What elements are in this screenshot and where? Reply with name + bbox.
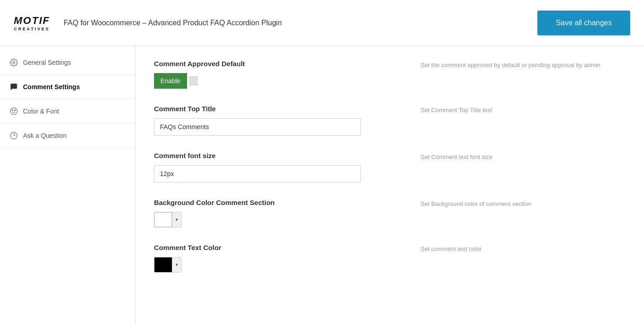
settings-row-comment-top-title: Comment Top Title Set Comment Top Title … [154,105,626,136]
gear-icon [9,58,18,67]
background-color-dropdown-arrow: ▼ [172,212,181,227]
app-container: MOTIF CREATIVES FAQ for Woocommerce – Ad… [0,0,644,325]
settings-row-comment-text-color: Comment Text Color ▼ Set comment text co… [154,244,626,273]
logo-area: MOTIF CREATIVES [14,15,50,31]
settings-row-comment-font-size: Comment font size Set Comment text font … [154,152,626,182]
comment-approved-label: Comment Approved Default [154,60,411,68]
svg-point-3 [15,110,16,111]
settings-left-comment-font-size: Comment font size [154,152,411,182]
svg-point-2 [12,110,13,111]
background-color-label: Background Color Comment Section [154,199,411,206]
settings-help-comment-text-color: Set comment text color [411,244,626,252]
settings-help-comment-approved: Set the comment approved by default or p… [411,60,626,68]
comment-text-color-swatch [154,257,172,272]
palette-icon [9,107,18,116]
save-all-changes-button[interactable]: Save all changes [537,11,630,35]
comment-icon [9,82,18,91]
settings-left-comment-approved: Comment Approved Default Enable [154,60,411,89]
settings-help-comment-font-size: Set Comment text font size [411,152,626,160]
comment-font-size-input[interactable] [154,165,361,182]
header-left: MOTIF CREATIVES FAQ for Woocommerce – Ad… [14,15,282,31]
background-color-picker[interactable]: ▼ [154,212,182,228]
svg-point-1 [11,108,17,115]
comment-top-title-input[interactable] [154,118,361,136]
logo-sub: CREATIVES [14,27,50,31]
header: MOTIF CREATIVES FAQ for Woocommerce – Ad… [0,0,644,46]
settings-help-comment-top-title: Set Comment Top Title text [411,105,626,114]
comment-top-title-label: Comment Top Title [154,105,411,113]
sidebar-item-general-settings[interactable]: General Settings [0,51,135,75]
body-container: General Settings Comment Settings [0,46,644,325]
settings-left-comment-text-color: Comment Text Color ▼ [154,244,411,273]
toggle-container: Enable [154,73,411,89]
toggle-switch-inner [189,76,198,86]
sidebar-label-color-font: Color & Font [23,108,59,115]
sidebar-label-general-settings: General Settings [23,59,71,66]
settings-left-background-color: Background Color Comment Section ▼ [154,199,411,228]
sidebar-item-comment-settings[interactable]: Comment Settings [0,75,135,99]
comment-text-color-picker[interactable]: ▼ [154,257,182,273]
question-icon [9,131,18,140]
sidebar-label-comment-settings: Comment Settings [23,83,80,91]
logo-text: MOTIF [14,15,50,27]
header-title: FAQ for Woocommerce – Advanced Product F… [63,19,282,27]
sidebar-item-color-font[interactable]: Color & Font [0,99,135,124]
toggle-switch [187,73,200,89]
toggle-label-text: Enable [154,73,187,89]
background-color-swatch [154,212,172,227]
sidebar: General Settings Comment Settings [0,46,136,325]
comment-font-size-label: Comment font size [154,152,411,160]
settings-row-background-color: Background Color Comment Section ▼ Set B… [154,199,626,228]
comment-text-color-dropdown-arrow: ▼ [172,257,181,272]
settings-help-background-color: Set Background color of comment section [411,199,626,207]
settings-left-comment-top-title: Comment Top Title [154,105,411,136]
settings-row-comment-approved: Comment Approved Default Enable Set the … [154,60,626,89]
comment-text-color-label: Comment Text Color [154,244,411,251]
main-content: Comment Approved Default Enable Set the … [136,46,644,325]
sidebar-item-ask-question[interactable]: Ask a Question [0,124,135,148]
enable-toggle-button[interactable]: Enable [154,73,200,89]
sidebar-label-ask-question: Ask a Question [23,132,67,139]
svg-point-0 [13,62,15,64]
